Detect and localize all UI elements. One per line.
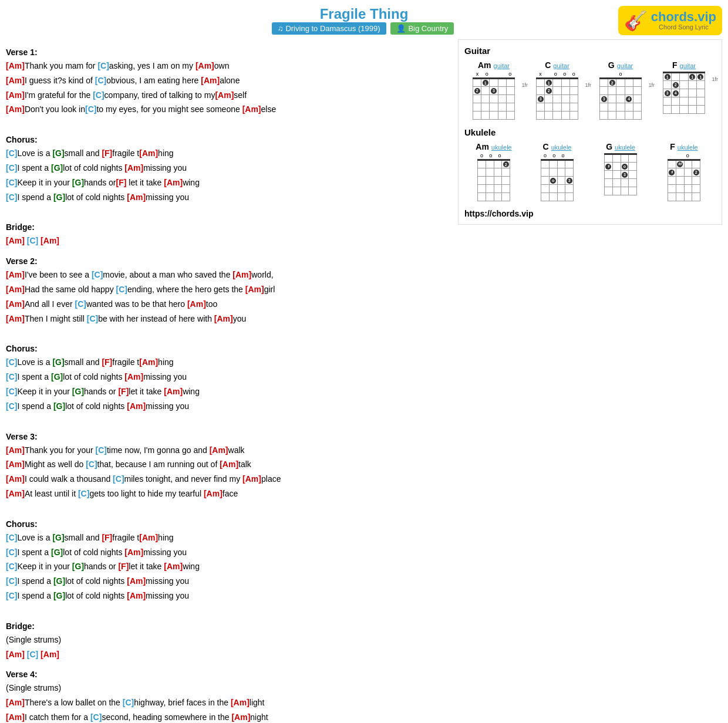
lyric-line: [Am]And all I ever [C]wanted was to be t… (6, 298, 449, 312)
logo: 🎸 chords.vip Chord Song Lyric (618, 6, 722, 35)
lyric-line: [Am]I've been to see a [C]movie, about a… (6, 268, 449, 282)
lyric-line: [Am]Thank you mam for [C]asking, yes I a… (6, 59, 449, 73)
am-fret-position: 1fr (521, 82, 528, 88)
tag-row: ♫ Driving to Damascus (1999) 👤 Big Count… (6, 22, 722, 35)
am-ukulele-diagram: Am ukulele ooo (464, 142, 523, 203)
f-guitar-diagram: F guitar 1 (655, 60, 713, 121)
guitar-section-title: Guitar (464, 46, 716, 56)
lyric-line: [Am]Don't you look in[C]to my eyes, for … (6, 103, 449, 117)
c-guitar-label: C (545, 60, 551, 70)
ukulele-chord-row: Am ukulele ooo (464, 142, 716, 203)
verse1-header: Verse 1: (6, 48, 449, 57)
lyric-line: [C]I spend a [G]lot of cold nights [Am]m… (6, 589, 449, 603)
chord-diagram-panel: Guitar Am guitar x o (458, 39, 722, 225)
am-guitar-label: Am (478, 60, 491, 70)
lyric-line: [Am]I catch them for a [C]second, headin… (6, 711, 449, 723)
am-fretboard: 1 2 3 (473, 77, 515, 120)
f-ukulele-diagram: F ukulele o ♯♯ (655, 142, 713, 203)
lyric-line: [C]I spend a [G]lot of cold nights [Am]m… (6, 400, 449, 414)
f-ukulele-type[interactable]: ukulele (678, 144, 698, 151)
c-ukulele-diagram: C ukulele ooo (528, 142, 587, 203)
lyrics-column: Verse 1: [Am]Thank you mam for [C]asking… (6, 39, 449, 723)
music-icon: ♫ (278, 24, 284, 33)
lyric-line: [Am]I could walk a thousand [C]miles ton… (6, 472, 449, 486)
lyric-line: [Am]Might as well do [C]that, because I … (6, 458, 449, 472)
am-string-marks: x o o (473, 71, 515, 77)
guitar-chord-row: Am guitar x o o (464, 60, 716, 121)
am-guitar-chord-visual: x o o 1 (464, 71, 523, 121)
verse2-header: Verse 2: (6, 256, 449, 266)
lyric-line: [Am]I guess it?s kind of [C]obvious, I a… (6, 74, 449, 88)
c-ukulele-type[interactable]: ukulele (551, 144, 572, 151)
lyric-line: [Am]There's a low ballet on the [C]highw… (6, 696, 449, 710)
g-guitar-type[interactable]: guitar (617, 62, 633, 69)
page-header: Fragile Thing ♫ Driving to Damascus (199… (6, 6, 722, 35)
am-ukulele-label: Am (476, 142, 489, 151)
lyric-line: [Am] [C] [Am] (6, 234, 449, 248)
chorus2-header: Chorus: (6, 344, 449, 353)
f-guitar-label: F (672, 60, 678, 70)
c-guitar-chord-visual: x o o o 1 (528, 71, 587, 121)
lyric-line: [C]I spent a [G]lot of cold nights [Am]m… (6, 370, 449, 384)
am-guitar-diagram: Am guitar x o o (464, 60, 523, 121)
main-content: Verse 1: [Am]Thank you mam for [C]asking… (6, 39, 722, 723)
verse3-header: Verse 3: (6, 432, 449, 441)
chords-panel: Guitar Am guitar x o (458, 39, 722, 723)
c-guitar-diagram: C guitar x o o o (528, 60, 587, 121)
lyric-line: [C]I spend a [G]lot of cold nights [Am]m… (6, 575, 449, 589)
f-guitar-type[interactable]: guitar (680, 62, 696, 69)
lyric-line: [C]I spent a [G]lot of cold nights [Am]m… (6, 161, 449, 175)
c-ukulele-label: C (543, 142, 549, 151)
g-ukulele-label: G (606, 142, 612, 151)
guitar-icon: 🎸 (624, 9, 648, 32)
album-tag[interactable]: ♫ Driving to Damascus (1999) (272, 22, 386, 35)
lyric-line: [Am]Then I might still [C]be with her in… (6, 312, 449, 326)
lyric-line: [C]Love is a [G]small and [F]fragile t[A… (6, 356, 449, 370)
lyric-line: [Am]Had the same old happy [C]ending, wh… (6, 283, 449, 297)
lyric-line: [C]I spent a [G]lot of cold nights [Am]m… (6, 546, 449, 560)
bridge1-header: Bridge: (6, 222, 449, 232)
f-ukulele-label: F (670, 142, 675, 151)
lyric-line: (Single strums) (6, 633, 449, 647)
lyric-line: (Single strums) (6, 681, 449, 695)
logo-name: chords.vip (651, 11, 716, 23)
lyric-line: [C]Keep it in your [G]hands or [F]let it… (6, 560, 449, 574)
person-icon: 👤 (396, 24, 406, 33)
lyric-line: [Am]I'm grateful for the [C]company, tir… (6, 89, 449, 103)
bridge2-header: Bridge: (6, 621, 449, 631)
song-title: Fragile Thing (6, 6, 722, 22)
logo-box: 🎸 chords.vip Chord Song Lyric (618, 6, 722, 35)
chorus3-header: Chorus: (6, 519, 449, 529)
chorus1-header: Chorus: (6, 135, 449, 144)
logo-subtitle: Chord Song Lyric (651, 23, 716, 31)
am-ukulele-type[interactable]: ukulele (491, 144, 512, 151)
lyric-line: [Am]Thank you for your [C]time now, I'm … (6, 444, 449, 458)
lyric-line: [Am] [C] [Am] (6, 648, 449, 662)
g-guitar-label: G (608, 60, 615, 70)
verse4-header: Verse 4: (6, 670, 449, 679)
logo-text-block: chords.vip Chord Song Lyric (651, 11, 716, 31)
ukulele-section-title: Ukulele (464, 127, 716, 137)
artist-tag[interactable]: 👤 Big Country (390, 22, 454, 35)
lyric-line: [C]Love is a [G]small and [F]fragile t[A… (6, 147, 449, 161)
lyric-line: [Am]At least until it [C]gets too light … (6, 487, 449, 501)
lyric-line: [C]Keep it in your [G]hands or [F]let it… (6, 385, 449, 399)
am-guitar-type[interactable]: guitar (494, 62, 510, 69)
lyric-line: [C]I spend a [G]lot of cold nights [Am]m… (6, 191, 449, 205)
g-guitar-diagram: G guitar o 2 (591, 60, 650, 121)
lyric-line: [C]Keep it in your [G]hands or[F] let it… (6, 176, 449, 190)
c-guitar-type[interactable]: guitar (553, 62, 569, 69)
lyric-line: [C]Love is a [G]small and [F]fragile t[A… (6, 531, 449, 545)
chord-panel-website: https://chords.vip (464, 209, 716, 218)
g-ukulele-diagram: G ukulele (591, 142, 650, 203)
g-ukulele-type[interactable]: ukulele (615, 144, 635, 151)
